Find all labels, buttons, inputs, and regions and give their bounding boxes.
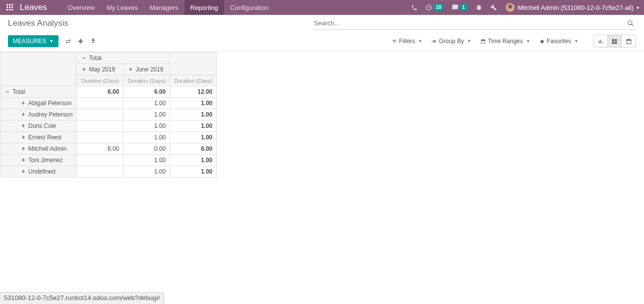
calendar-view-button[interactable] <box>622 35 636 47</box>
measures-label: MEASURES <box>13 38 46 45</box>
cell-may <box>77 98 123 109</box>
measure-header-total: Duration (Days) <box>170 75 217 86</box>
row-header[interactable]: +Mitchell Admin <box>0 143 77 155</box>
svg-rect-5 <box>11 6 13 8</box>
measure-header-may: Duration (Days) <box>77 75 123 86</box>
expand-icon[interactable]: + <box>20 157 26 164</box>
cell-total: 1.00 <box>170 166 217 178</box>
status-bar: 531080-12-0-7c5e27.runbot14.odoo.com/web… <box>0 292 164 304</box>
pivot-table-container: −Total +May 2019 +June 2019 Duration (Da… <box>0 52 644 178</box>
col-june-label: June 2019 <box>135 66 163 73</box>
collapse-icon[interactable]: − <box>4 88 10 95</box>
svg-rect-8 <box>11 9 13 10</box>
user-menu[interactable]: Mitchell Admin (531080-12-0-7c5e27-all) … <box>501 3 644 12</box>
col-header-grand-total <box>170 53 217 75</box>
expand-icon[interactable]: + <box>127 66 133 73</box>
expand-icon[interactable]: + <box>81 66 87 73</box>
nav-configuration[interactable]: Configuration <box>224 0 274 15</box>
app-brand[interactable]: Leaves <box>20 2 47 12</box>
control-panel: Leaves Analysis MEASURES ▼ ⇄ ✚ Filters ▼ <box>0 15 644 52</box>
apps-menu-icon[interactable] <box>0 0 20 15</box>
flip-axis-icon[interactable]: ⇄ <box>65 38 71 45</box>
cell-total: 1.00 <box>170 155 217 166</box>
dev-tools-icon[interactable] <box>486 0 501 15</box>
measures-button[interactable]: MEASURES ▼ <box>8 35 59 47</box>
graph-view-button[interactable] <box>594 35 608 47</box>
download-icon[interactable] <box>90 38 96 45</box>
timeranges-dropdown[interactable]: Time Ranges ▼ <box>480 38 530 45</box>
col-header-june[interactable]: +June 2019 <box>123 64 170 75</box>
search-icon[interactable] <box>625 20 636 27</box>
caret-down-icon: ▼ <box>418 39 422 44</box>
cell-may <box>77 166 123 178</box>
col-header-total[interactable]: −Total <box>77 53 170 64</box>
svg-rect-4 <box>9 6 10 8</box>
cell-may <box>77 132 123 143</box>
activities-badge: 10 <box>433 4 444 11</box>
cell-total: 1.00 <box>170 132 217 143</box>
caret-down-icon: ▼ <box>526 39 530 44</box>
nav-managers[interactable]: Managers <box>144 0 184 15</box>
row-header[interactable]: +Audrey Peterson <box>0 109 77 121</box>
row-header[interactable]: +Toni Jimenez <box>0 155 77 166</box>
nav-overview[interactable]: Overview <box>62 0 101 15</box>
cell-may: 6.00 <box>77 143 123 155</box>
debug-icon[interactable] <box>471 0 486 15</box>
expand-icon[interactable]: + <box>20 122 26 129</box>
caret-down-icon: ▼ <box>467 39 471 44</box>
expand-icon[interactable]: + <box>20 111 26 118</box>
cell-june: 1.00 <box>123 155 170 166</box>
groupby-dropdown[interactable]: Group By ▼ <box>431 38 471 45</box>
row-header[interactable]: +Abigail Peterson <box>0 98 77 109</box>
timeranges-label: Time Ranges <box>488 38 523 45</box>
collapse-icon[interactable]: − <box>81 55 87 61</box>
pivot-view-button[interactable] <box>608 35 622 47</box>
filters-dropdown[interactable]: Filters ▼ <box>392 38 423 45</box>
svg-rect-2 <box>11 4 13 5</box>
svg-rect-3 <box>6 6 8 8</box>
activities-icon[interactable]: 10 <box>421 0 448 15</box>
cell-total: 6.00 <box>170 143 217 155</box>
cell-total-june: 6.00 <box>123 86 170 98</box>
cell-june: 1.00 <box>123 98 170 109</box>
col-total-label: Total <box>89 55 101 61</box>
row-header[interactable]: +Undefined <box>0 166 77 178</box>
voip-icon[interactable] <box>407 0 421 15</box>
expand-icon[interactable]: + <box>20 134 26 141</box>
search-input[interactable] <box>314 19 625 27</box>
cell-total-may: 6.00 <box>77 86 123 98</box>
filters-label: Filters <box>399 38 415 45</box>
caret-down-icon: ▼ <box>49 39 54 44</box>
cell-total: 1.00 <box>170 109 217 121</box>
row-header-total[interactable]: −Total <box>0 86 77 98</box>
main-navbar: Leaves Overview My Leaves Managers Repor… <box>0 0 644 15</box>
measure-header-june: Duration (Days) <box>123 75 170 86</box>
expand-icon[interactable]: + <box>20 145 26 152</box>
svg-rect-1 <box>9 4 10 5</box>
expand-icon[interactable]: + <box>20 100 26 107</box>
nav-reporting[interactable]: Reporting <box>184 0 224 15</box>
discuss-badge: 1 <box>460 4 468 11</box>
row-header[interactable]: +Doris Cole <box>0 121 77 132</box>
favorites-dropdown[interactable]: Favorites ▼ <box>539 38 579 45</box>
cell-may <box>77 109 123 121</box>
cell-may <box>77 121 123 132</box>
cell-june: 1.00 <box>123 109 170 121</box>
discuss-icon[interactable]: 1 <box>448 0 471 15</box>
nav-my-leaves[interactable]: My Leaves <box>101 0 144 15</box>
col-may-label: May 2019 <box>89 66 115 73</box>
caret-down-icon: ▼ <box>574 39 579 44</box>
search-box[interactable] <box>314 17 636 30</box>
cell-total-grand: 12.00 <box>170 86 217 98</box>
svg-point-10 <box>628 20 632 24</box>
view-switcher <box>593 35 636 48</box>
cell-june: 0.00 <box>123 143 170 155</box>
cell-total: 1.00 <box>170 121 217 132</box>
row-header[interactable]: +Ernest Reed <box>0 132 77 143</box>
groupby-label: Group By <box>439 38 464 45</box>
expand-icon[interactable]: + <box>20 168 26 175</box>
col-header-may[interactable]: +May 2019 <box>77 64 123 75</box>
caret-down-icon: ▾ <box>637 5 639 10</box>
cell-total: 1.00 <box>170 98 217 109</box>
expand-all-icon[interactable]: ✚ <box>78 38 83 45</box>
